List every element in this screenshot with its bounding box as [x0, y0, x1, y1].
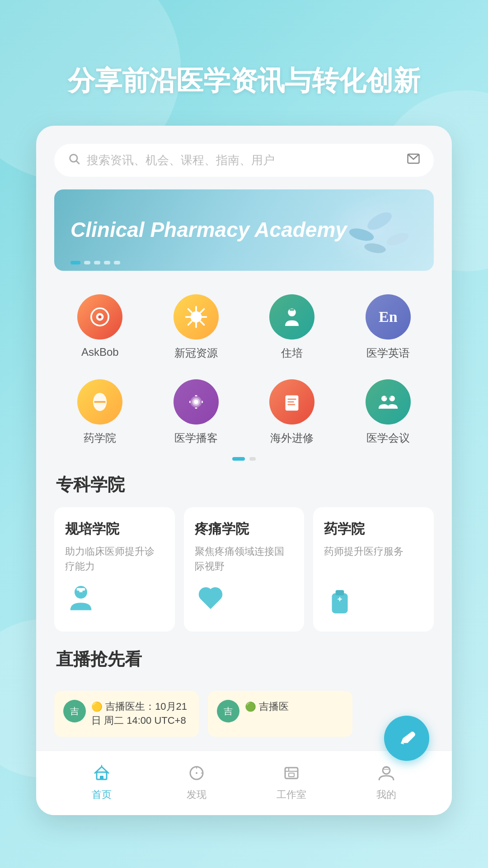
covid-icon	[174, 294, 219, 340]
grid-item-conference[interactable]: 医学会议	[343, 372, 434, 453]
svg-rect-27	[288, 399, 296, 400]
profile-icon	[375, 762, 398, 784]
svg-rect-16	[290, 309, 294, 311]
svg-rect-36	[332, 593, 348, 613]
training-card-desc: 助力临床医师提升诊疗能力	[65, 544, 164, 574]
svg-rect-24	[189, 401, 191, 403]
svg-rect-22	[195, 395, 197, 396]
svg-rect-25	[202, 401, 203, 403]
svg-rect-42	[100, 776, 103, 779]
search-bar[interactable]: 搜索资讯、机会、课程、指南、用户	[54, 144, 434, 177]
svg-rect-39	[339, 597, 340, 601]
askbob-icon	[77, 294, 122, 340]
svg-line-40	[401, 743, 404, 744]
studio-icon	[280, 762, 303, 784]
svg-rect-35	[80, 589, 83, 592]
specialty-grid: 规培学院 助力临床医师提升诊疗能力 疼痛学院 聚焦疼痛领域连接国际视野	[54, 507, 434, 632]
zhupei-icon	[269, 294, 314, 340]
svg-rect-28	[288, 401, 294, 402]
discover-icon	[185, 762, 208, 784]
specialty-section-title: 专科学院	[54, 473, 434, 496]
live-avatar-2: 吉	[217, 700, 239, 722]
pain-card-desc: 聚焦疼痛领域连接国际视野	[195, 544, 294, 574]
pharma-card-title: 药学院	[324, 520, 423, 538]
svg-rect-32	[385, 396, 391, 398]
mail-icon[interactable]	[407, 152, 420, 169]
svg-rect-50	[289, 773, 294, 777]
svg-rect-37	[336, 590, 344, 595]
svg-line-1	[76, 161, 79, 164]
conference-icon	[366, 379, 411, 425]
pain-card-icon	[195, 583, 294, 621]
svg-line-11	[188, 309, 192, 313]
live-card-1[interactable]: 吉 🟡 吉播医生：10月21日 周二 14:00 UTC+8	[54, 691, 199, 737]
grid-item-podcast[interactable]: 医学播客	[150, 372, 242, 453]
icon-grid: AskBob 新冠资源 住培 En 医学英语 药学院	[54, 287, 434, 453]
covid-label: 新冠资源	[174, 346, 218, 360]
grid-item-abroad[interactable]: 海外进修	[246, 372, 338, 453]
pharmacy-label: 药学院	[84, 431, 116, 445]
svg-rect-23	[195, 408, 197, 409]
home-label: 首页	[92, 788, 112, 802]
grid-item-askbob[interactable]: AskBob	[54, 287, 146, 368]
profile-label: 我的	[376, 788, 396, 802]
pharma-card-desc: 药师提升医疗服务	[324, 544, 423, 574]
banner-dot-1	[70, 261, 80, 264]
grid-item-covid[interactable]: 新冠资源	[150, 287, 242, 368]
live-avatar-1: 吉	[63, 700, 86, 722]
svg-point-44	[196, 772, 197, 774]
live-card-2[interactable]: 吉 🟢 吉播医	[208, 691, 352, 737]
nav-discover[interactable]: 发现	[149, 762, 244, 802]
live-section-title: 直播抢先看	[54, 648, 144, 671]
banner-dot-4	[104, 261, 110, 264]
banner-title: Clinical Pharmacy Academy	[54, 204, 363, 256]
grid-dot-1	[232, 457, 245, 461]
specialty-card-pharma[interactable]: 药学院 药师提升医疗服务	[313, 507, 434, 632]
bottom-nav: 首页 发现 工作室	[36, 750, 452, 815]
pharma-card-icon	[324, 583, 423, 621]
live-header: 直播抢先看	[54, 648, 434, 682]
grid-item-english[interactable]: En 医学英语	[343, 287, 434, 368]
svg-point-21	[194, 400, 198, 404]
grid-item-pharmacy[interactable]: 药学院	[54, 372, 146, 453]
specialty-card-training[interactable]: 规培学院 助力临床医师提升诊疗能力	[54, 507, 175, 632]
banner-dot-5	[114, 261, 120, 264]
svg-rect-26	[286, 396, 299, 411]
askbob-label: AskBob	[81, 346, 119, 359]
podcast-icon	[174, 379, 219, 425]
nav-home[interactable]: 首页	[54, 762, 149, 802]
hero-text: 分享前沿医学资讯与转化创新	[0, 0, 488, 126]
banner[interactable]: Clinical Pharmacy Academy	[54, 189, 434, 271]
svg-line-13	[201, 309, 204, 313]
svg-line-14	[188, 321, 192, 325]
svg-rect-52	[384, 768, 389, 769]
live-preview: 吉 🟡 吉播医生：10月21日 周二 14:00 UTC+8 吉 🟢 吉播医	[54, 691, 434, 750]
nav-studio[interactable]: 工作室	[244, 762, 339, 802]
podcast-label: 医学播客	[174, 431, 218, 445]
search-placeholder: 搜索资讯、机会、课程、指南、用户	[87, 152, 407, 168]
live-section: 直播抢先看 吉 🟡 吉播医生：10月21日 周二 14:00 UTC+8 吉 🟢…	[54, 648, 434, 750]
banner-dot-3	[94, 261, 100, 264]
zhupei-label: 住培	[281, 346, 303, 360]
grid-item-zhupei[interactable]: 住培	[246, 287, 338, 368]
phone-card: 搜索资讯、机会、课程、指南、用户 Clinical Pharmacy Acade…	[36, 126, 452, 815]
home-icon	[90, 762, 113, 784]
discover-label: 发现	[187, 788, 206, 802]
fab-button[interactable]	[384, 716, 429, 761]
abroad-label: 海外进修	[270, 431, 314, 445]
banner-dots	[70, 261, 120, 264]
pharmacy-icon	[77, 379, 122, 425]
live-card-1-text: 🟡 吉播医生：10月21日 周二 14:00 UTC+8	[91, 700, 190, 728]
live-card-2-text: 🟢 吉播医	[245, 700, 289, 714]
svg-line-12	[201, 321, 204, 325]
svg-point-0	[70, 155, 77, 162]
abroad-icon	[269, 379, 314, 425]
specialty-card-pain[interactable]: 疼痛学院 聚焦疼痛领域连接国际视野	[184, 507, 305, 632]
banner-dot-2	[84, 261, 90, 264]
english-icon: En	[366, 294, 411, 340]
svg-rect-29	[288, 404, 296, 405]
studio-label: 工作室	[277, 788, 306, 802]
search-icon	[68, 152, 80, 168]
grid-dot-2	[249, 457, 256, 461]
nav-profile[interactable]: 我的	[339, 762, 434, 802]
